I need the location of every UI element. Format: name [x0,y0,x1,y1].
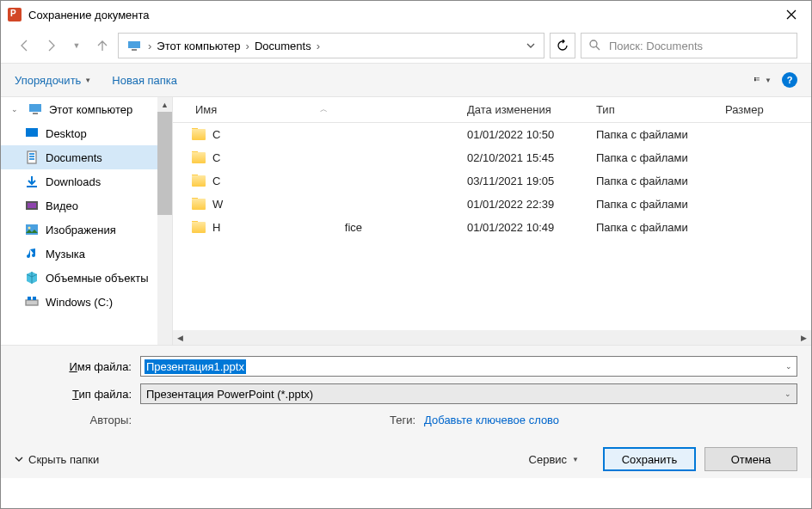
filetype-value: Презентация PowerPoint (*.pptx) [146,388,313,401]
forward-button[interactable] [40,35,61,56]
file-type: Папка с файлами [587,175,717,187]
powerpoint-icon [8,8,22,21]
sidebar-item-label: Изображения [46,224,116,236]
breadcrumb-segment[interactable]: Этот компьютер [153,40,243,52]
titlebar: Сохранение документа [1,1,811,28]
svg-rect-1 [132,49,137,51]
folder-icon [192,222,206,233]
filename-value: Презентация1.pptx [145,359,246,374]
recent-dropdown-icon[interactable]: ▼ [66,35,87,56]
scroll-up-button[interactable]: ▲ [157,97,172,112]
sidebar-item-label: Объемные объекты [46,272,149,285]
documents-icon [25,150,39,164]
file-name: W [212,198,223,211]
authors-input[interactable] [149,411,286,428]
scrollbar-thumb[interactable] [157,112,172,215]
view-options-button[interactable]: ▼ [754,73,772,87]
chevron-down-icon [15,453,23,466]
sidebar-item-pictures[interactable]: Изображения [1,218,158,242]
help-button[interactable]: ? [782,72,797,88]
sidebar-item-music[interactable]: Музыка [1,242,158,266]
sidebar-item-label: Музыка [46,248,85,261]
folder-icon [192,175,206,187]
file-name: Н fice [212,221,362,234]
sidebar-item-label: Windows (C:) [46,296,113,309]
table-row[interactable]: C 03/11/2021 19:05 Папка с файлами [173,169,811,193]
svg-rect-13 [26,300,38,305]
svg-rect-0 [128,41,140,48]
file-date: 01/01/2022 10:49 [458,221,587,234]
filename-label: Имя файла: [15,360,140,373]
hide-folders-button[interactable]: Скрыть папки [15,453,99,466]
sidebar-item-video[interactable]: Видео [1,193,158,218]
sidebar-item-label: Видео [46,199,78,212]
svg-rect-10 [28,203,36,208]
drive-icon [25,295,39,309]
filetype-combo[interactable]: Презентация PowerPoint (*.pptx) ⌄ [140,383,797,404]
folder-icon [192,199,206,210]
refresh-button[interactable] [550,33,575,58]
downloads-icon [25,175,39,188]
table-row[interactable]: C 02/10/2021 15:45 Папка с файлами [173,146,811,169]
nav-row: ▼ › Этот компьютер › Documents › Поиск: … [1,28,811,63]
toolbar: Упорядочить▼ Новая папка ▼ ? [1,63,811,97]
svg-point-12 [28,227,31,230]
column-type[interactable]: Тип [587,103,717,116]
chevron-right-icon[interactable]: › [244,40,251,52]
chevron-right-icon[interactable]: › [315,40,322,52]
pictures-icon [25,223,39,236]
3d-icon [25,271,39,285]
file-type: Папка с файлами [587,128,717,141]
svg-rect-14 [28,297,31,300]
organize-button[interactable]: Упорядочить▼ [15,74,91,87]
new-folder-button[interactable]: Новая папка [112,74,177,87]
file-name: C [212,175,220,187]
chevron-down-icon[interactable]: ⌄ [784,389,791,398]
svg-rect-8 [28,151,36,163]
horizontal-scrollbar[interactable]: ◀ ▶ [173,330,811,345]
expand-icon[interactable]: ⌄ [11,105,22,113]
column-size[interactable]: Размер [717,103,785,116]
table-row[interactable]: Н fice 01/01/2022 10:49 Папка с файлами [173,216,811,239]
sidebar-item-drive[interactable]: Windows (C:) [1,290,158,314]
chevron-right-icon[interactable]: › [146,40,153,52]
filetype-label: Тип файла: [15,388,140,401]
sidebar-item-label: Downloads [46,175,101,188]
sidebar-item-documents[interactable]: Documents [1,145,158,169]
svg-rect-7 [26,128,38,137]
table-row[interactable]: C 01/01/2022 10:50 Папка с файлами [173,123,811,146]
close-button[interactable] [772,1,811,28]
column-date[interactable]: Дата изменения [458,103,587,116]
cancel-button[interactable]: Отмена [704,447,797,471]
up-button[interactable] [92,35,113,56]
desktop-icon [25,126,39,140]
chevron-down-icon[interactable]: ⌄ [781,362,797,371]
back-button[interactable] [15,35,35,56]
window-title: Сохранение документа [28,9,772,21]
file-type: Папка с файлами [587,198,717,211]
save-button[interactable]: Сохранить [603,447,696,471]
file-date: 01/01/2022 22:39 [458,198,587,211]
bottom-panel: Имя файла: Презентация1.pptx ⌄ Тип файла… [1,345,811,478]
file-type: Папка с файлами [587,151,717,164]
column-name[interactable]: Имя︿ [173,103,458,116]
breadcrumb-segment[interactable]: Documents [251,40,315,52]
sidebar-item-downloads[interactable]: Downloads [1,169,158,193]
sidebar-item-label: Documents [46,151,102,164]
table-row[interactable]: W 01/01/2022 22:39 Папка с файлами [173,193,811,216]
tags-input[interactable]: Добавьте ключевое слово [424,414,559,426]
sidebar-item-3d[interactable]: Объемные объекты [1,266,158,290]
scroll-right-button[interactable]: ▶ [797,330,811,345]
sidebar-item-desktop[interactable]: Desktop [1,121,158,145]
file-name: C [212,128,220,141]
scroll-left-button[interactable]: ◀ [173,330,188,345]
music-icon [25,247,39,261]
sort-indicator-icon: ︿ [320,104,328,115]
search-input[interactable]: Поиск: Documents [581,33,797,58]
scrollbar-track[interactable] [188,330,797,345]
breadcrumb-dropdown-icon[interactable] [526,40,540,52]
filename-input[interactable]: Презентация1.pptx ⌄ [140,356,797,377]
tools-button[interactable]: Сервис ▼ [529,453,579,466]
breadcrumb[interactable]: › Этот компьютер › Documents › [118,33,544,58]
sidebar-item-this-pc[interactable]: ⌄ Этот компьютер [1,97,158,121]
